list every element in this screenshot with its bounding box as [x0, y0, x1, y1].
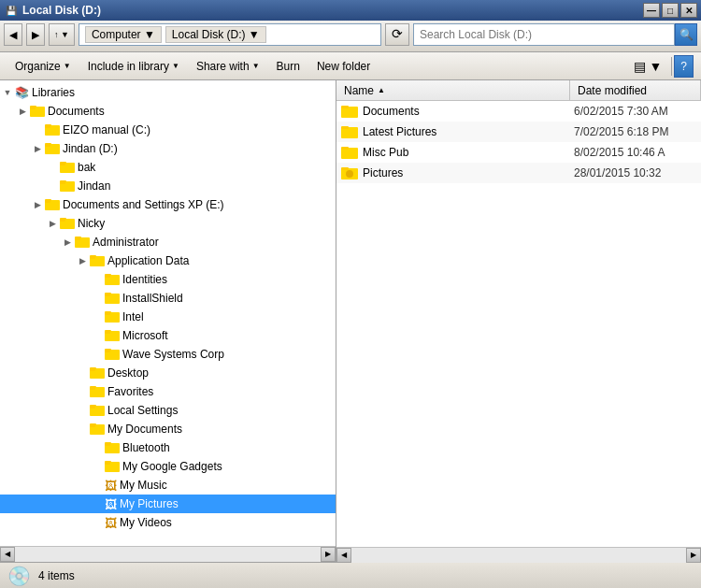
hscroll-right[interactable]: ▶ [321, 547, 336, 562]
expand-icon[interactable] [90, 308, 105, 326]
tree-item-label: My Music [120, 479, 167, 492]
up-button[interactable]: ↑ ▼ [49, 23, 75, 46]
back-button[interactable]: ◀ [4, 23, 22, 46]
file-folder-icon [340, 122, 359, 141]
expand-icon[interactable] [90, 457, 105, 476]
tree-item[interactable]: Wave Systems Corp [0, 345, 336, 364]
expand-icon[interactable] [90, 438, 105, 457]
file-row[interactable]: Documents6/02/2015 7:30 AM [336, 101, 701, 122]
refresh-button[interactable]: ⟳ [385, 23, 409, 46]
tree-item[interactable]: Local Settings [0, 401, 336, 420]
expand-icon[interactable] [90, 270, 105, 289]
file-row[interactable]: Latest Pictures7/02/2015 6:18 PM [336, 122, 701, 142]
right-bottom-scrollbar[interactable]: ◀ ▶ [336, 547, 701, 562]
tree-item[interactable]: Microsoft [0, 326, 336, 345]
address-input[interactable]: Computer ▼ Local Disk (D:) ▼ [79, 23, 381, 46]
expand-icon[interactable]: ▶ [60, 233, 75, 251]
organize-button[interactable]: Organize ▼ [7, 55, 79, 78]
include-library-button[interactable]: Include in library ▼ [80, 55, 187, 78]
tree-item[interactable]: Bluetooth [0, 438, 336, 457]
expand-icon[interactable] [90, 289, 105, 308]
folder-icon [60, 160, 75, 176]
tree-item-label: Desktop [107, 366, 149, 380]
search-button[interactable]: 🔍 [675, 23, 697, 46]
right-hscroll-right[interactable]: ▶ [686, 548, 701, 563]
views-button[interactable]: ▤ ▼ [626, 55, 670, 78]
minimize-button[interactable]: — [643, 3, 660, 18]
hscroll-left[interactable]: ◀ [0, 547, 15, 562]
hscroll-track[interactable] [15, 547, 321, 562]
col-name-label: Name [344, 84, 374, 97]
expand-icon[interactable]: ▶ [75, 251, 90, 270]
burn-button[interactable]: Burn [269, 55, 308, 78]
tree-item[interactable]: Desktop [0, 364, 336, 382]
tree-item[interactable]: InstallShield [0, 289, 336, 308]
expand-icon[interactable]: ▶ [15, 102, 30, 121]
expand-icon[interactable] [45, 177, 60, 195]
expand-icon[interactable] [75, 420, 90, 438]
window-controls: — □ ✕ [643, 3, 697, 18]
expand-icon[interactable] [30, 121, 45, 139]
expand-icon[interactable] [90, 495, 105, 513]
expand-icon[interactable] [75, 364, 90, 382]
maximize-button[interactable]: □ [662, 3, 679, 18]
tree-item[interactable]: My Google Gadgets [0, 457, 336, 476]
tree-item[interactable]: Favorites [0, 382, 336, 401]
tree-item[interactable]: EIZO manual (C:) [0, 121, 336, 139]
expand-icon[interactable] [75, 382, 90, 401]
organize-label: Organize [15, 60, 61, 73]
folder-icon [90, 403, 105, 419]
tree-item[interactable]: 🖼My Music [0, 476, 336, 495]
right-hscroll-left[interactable]: ◀ [336, 548, 351, 563]
forward-button[interactable]: ▶ [26, 23, 45, 46]
search-input[interactable] [413, 23, 675, 46]
close-button[interactable]: ✕ [680, 3, 697, 18]
tree-item[interactable]: Intel [0, 308, 336, 326]
expand-icon[interactable] [90, 326, 105, 345]
tree-item[interactable]: ▶Application Data [0, 251, 336, 270]
right-hscroll-track[interactable] [351, 548, 686, 563]
tree-item[interactable]: ▶Documents and Settings XP (E:) [0, 195, 336, 214]
tree-item[interactable]: ▶Jindan (D:) [0, 139, 336, 158]
tree-item[interactable]: 🖼My Pictures [0, 495, 336, 513]
svg-rect-2 [30, 106, 36, 108]
file-date: 7/02/2015 6:18 PM [574, 125, 697, 138]
expand-icon[interactable] [45, 158, 60, 177]
tree-item[interactable]: ▼📚Libraries [0, 83, 336, 102]
bottom-scrollbar[interactable]: ◀ ▶ [0, 546, 336, 561]
folder-icon [105, 272, 120, 288]
folder-icon: 🖼 [105, 516, 117, 530]
file-row[interactable]: Misc Pub8/02/2015 10:46 A [336, 142, 701, 163]
folder-icon [60, 179, 75, 194]
tree-item[interactable]: Jindan [0, 177, 336, 195]
tree-item[interactable]: bak [0, 158, 336, 177]
folder-icon [90, 384, 105, 400]
expand-icon[interactable]: ▶ [30, 139, 45, 158]
tree-item-label: Application Data [107, 254, 189, 267]
column-date-header[interactable]: Date modified [570, 80, 701, 100]
expand-icon[interactable] [90, 476, 105, 495]
expand-icon[interactable]: ▼ [0, 83, 15, 102]
tree-item[interactable]: ▶Documents [0, 102, 336, 121]
tree-item-label: Identities [122, 273, 167, 286]
help-button[interactable]: ? [674, 55, 694, 78]
tree-item[interactable]: ▶Nicky [0, 214, 336, 233]
new-folder-button[interactable]: New folder [309, 55, 378, 78]
expand-icon[interactable] [90, 345, 105, 364]
expand-icon[interactable]: ▶ [30, 195, 45, 214]
new-folder-label: New folder [317, 60, 370, 73]
svg-rect-38 [105, 330, 111, 332]
tree-item[interactable]: 🖼My Videos [0, 513, 336, 532]
expand-icon[interactable] [75, 401, 90, 420]
tree-item[interactable]: My Documents [0, 420, 336, 438]
svg-rect-53 [90, 423, 96, 425]
expand-icon[interactable]: ▶ [45, 214, 60, 233]
file-row[interactable]: Pictures28/01/2015 10:32 [336, 163, 701, 183]
share-button[interactable]: Share with ▼ [189, 55, 267, 78]
tree-item-label: Local Settings [107, 404, 178, 417]
column-name-header[interactable]: Name ▲ [336, 80, 570, 100]
expand-icon[interactable] [90, 513, 105, 532]
tree-item[interactable]: Identities [0, 270, 336, 289]
tree-item[interactable]: ▶Administrator [0, 233, 336, 251]
address-disk: Local Disk (D:) ▼ [165, 26, 266, 43]
